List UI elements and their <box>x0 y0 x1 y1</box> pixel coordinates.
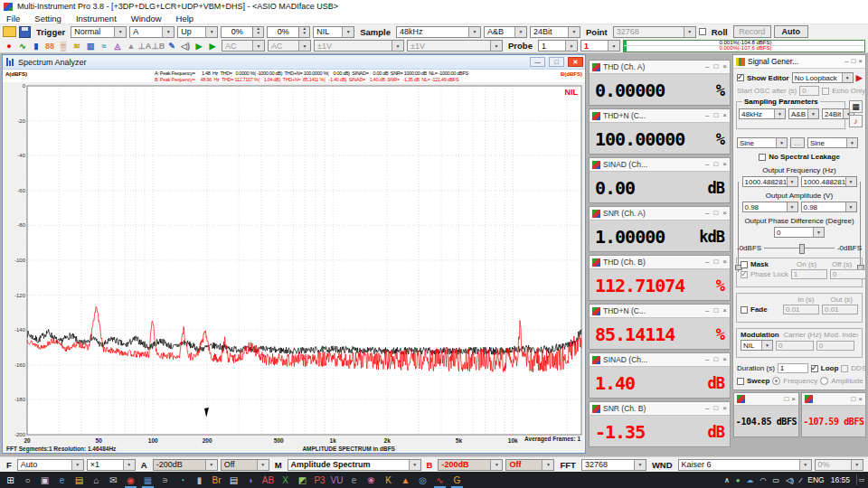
minimize-button[interactable]: – <box>705 111 709 120</box>
app-e-icon[interactable]: e <box>345 472 363 488</box>
maximize-button[interactable]: □ <box>713 355 718 364</box>
close-button[interactable]: × <box>722 111 727 120</box>
gen-save-icon[interactable]: ▦ <box>849 100 863 113</box>
play-icon[interactable]: ▶ <box>193 40 205 52</box>
task-view-icon[interactable]: ▣ <box>36 472 53 488</box>
mini-meter-titlebar[interactable]: □ × <box>734 393 798 406</box>
trigger-level-spinner[interactable]: 0%▲▼ <box>221 26 264 38</box>
trigger-edge-select[interactable]: Up▼ <box>177 26 218 38</box>
mail-icon[interactable]: ✉ <box>105 472 122 488</box>
window-function-select[interactable]: Kaiser 6▼ <box>678 459 812 471</box>
tray-volume-icon[interactable]: ◁) <box>786 476 794 484</box>
save-app-icon[interactable]: ▦ <box>139 472 156 488</box>
meter-panel-titlebar[interactable]: SINAD (Ch...–□× <box>590 158 730 172</box>
close-button[interactable]: × <box>722 62 727 71</box>
language-indicator[interactable]: ENG <box>807 475 824 484</box>
open-file-icon[interactable] <box>3 26 16 37</box>
spinner-arrows-icon[interactable]: ▲▼ <box>298 27 309 37</box>
maximize-button[interactable]: □ <box>713 404 718 413</box>
tray-wifi-icon[interactable]: ◠ <box>760 476 767 484</box>
mask-checkbox[interactable] <box>741 261 748 268</box>
meter-panel-titlebar[interactable]: SNR (Ch. B)–□× <box>590 402 730 416</box>
maximize-button[interactable]: □ <box>713 258 718 267</box>
frequency-a-select[interactable]: 1000.4882812▼ <box>742 176 798 187</box>
signal-generator-titlebar[interactable]: Signal Gener... – □ × <box>733 55 865 69</box>
menu-instrument[interactable]: Instrument <box>76 14 117 23</box>
menu-file[interactable]: File <box>6 14 20 23</box>
maximize-button[interactable]: □ <box>851 57 855 66</box>
a-ref-select[interactable]: Off▼ <box>221 459 269 471</box>
sound-device-icon[interactable]: ◁) <box>179 40 192 52</box>
data-logger-icon[interactable]: ≋ <box>71 40 83 52</box>
maximize-button[interactable]: □ <box>784 395 788 404</box>
app-purple-icon[interactable]: ◗ <box>242 472 259 488</box>
ddp-viewer-icon[interactable]: ▥ <box>84 40 97 52</box>
notepad-icon[interactable]: ▤ <box>225 472 242 488</box>
zoom-select[interactable]: ×1▼ <box>87 459 136 471</box>
meter-panel-titlebar[interactable]: THD+N (C...–□× <box>590 109 730 123</box>
trigger-hpf-select[interactable]: NIL▼ <box>313 26 354 38</box>
terminal-icon[interactable]: ▮ <box>191 472 208 488</box>
sweep-checkbox[interactable] <box>737 378 744 385</box>
maximize-button[interactable]: □ <box>713 160 718 169</box>
close-button[interactable]: × <box>722 404 727 413</box>
maximize-button[interactable]: □ <box>713 209 718 218</box>
tray-keyboard-icon[interactable]: ▭ <box>773 476 780 484</box>
close-button[interactable]: × <box>722 258 727 267</box>
search-icon[interactable]: ○ <box>19 472 36 488</box>
menu-help[interactable]: Help <box>176 14 194 23</box>
maximize-button[interactable]: □ <box>851 395 855 404</box>
maximize-button[interactable]: □ <box>549 57 564 67</box>
phase-select[interactable]: 0▼ <box>774 227 825 238</box>
meter-panel-titlebar[interactable]: THD (Ch. A)–□× <box>590 61 730 74</box>
loop-checkbox[interactable] <box>811 365 818 372</box>
modulation-type-select[interactable]: NIL▼ <box>741 340 773 351</box>
spectrum-3d-icon[interactable]: ▒ <box>57 40 70 52</box>
app-k-icon[interactable]: K <box>380 472 397 488</box>
amplitude-a-select[interactable]: 0.98▼ <box>742 202 798 212</box>
chrome-icon[interactable]: ◉ <box>122 472 139 488</box>
device-test-plan-icon[interactable]: ◬ <box>111 40 124 52</box>
bridge-app-icon[interactable]: Br <box>208 472 225 488</box>
tray-expand-icon[interactable]: ∧ <box>724 476 730 484</box>
spectrum-plot[interactable]: 0-20-40-60-80-100-120-140-160-180-200205… <box>3 82 585 455</box>
probe-a-select[interactable]: 1▼ <box>538 40 578 52</box>
minimize-button[interactable]: – <box>705 62 709 71</box>
frequency-b-select[interactable]: 1000.4882812▼ <box>801 176 857 187</box>
audition-icon[interactable]: AB <box>259 472 277 488</box>
maximize-button[interactable]: □ <box>713 62 718 71</box>
meter-panel-titlebar[interactable]: SINAD (Ch...–□× <box>590 353 730 367</box>
waveform-b-select[interactable]: Sine▼ <box>807 137 858 148</box>
minimize-button[interactable]: — <box>530 57 545 67</box>
menu-setting[interactable]: Setting <box>34 14 61 23</box>
sample-bits-select[interactable]: 24Bit▼ <box>530 26 580 38</box>
run-icon[interactable]: ● <box>3 40 15 52</box>
minimize-button[interactable]: – <box>705 355 709 364</box>
hold-icon[interactable]: ▲ <box>125 40 137 52</box>
b-ref-select[interactable]: Off▼ <box>505 459 554 471</box>
probe-b-select[interactable]: 1▼ <box>580 40 620 52</box>
duration-field[interactable]: 1 <box>778 363 808 373</box>
spectrum-analyzer-icon[interactable]: ▮ <box>30 40 42 52</box>
tray-pen-icon[interactable]: ⁄ <box>800 476 801 484</box>
clock[interactable]: 16:55 <box>831 475 850 484</box>
save-file-icon[interactable] <box>19 26 31 38</box>
close-button[interactable]: × <box>858 57 863 66</box>
sample-channels-select[interactable]: A&B▼ <box>484 26 527 38</box>
minimize-button[interactable]: – <box>705 258 709 267</box>
play-marker-icon[interactable]: ▶ <box>206 40 219 52</box>
menu-window[interactable]: Window <box>131 14 162 23</box>
amplitude-b-select[interactable]: 0.98▼ <box>801 202 857 212</box>
app-green-icon[interactable]: ◩ <box>294 472 311 488</box>
excel-icon[interactable]: X <box>277 472 294 488</box>
fade-checkbox[interactable] <box>741 306 748 314</box>
minimize-button[interactable]: – <box>844 57 848 66</box>
vu-app-icon[interactable]: VU <box>328 472 345 488</box>
store-icon[interactable]: ⌂ <box>88 472 105 488</box>
waveform-a-select[interactable]: Sine▼ <box>737 137 788 148</box>
show-editor-checkbox[interactable] <box>737 74 744 81</box>
edge-icon[interactable]: e <box>53 472 71 488</box>
close-button[interactable]: × <box>858 395 863 404</box>
tray-call-icon[interactable]: ● <box>736 476 741 484</box>
action-center-icon[interactable]: ▭ <box>856 474 866 485</box>
